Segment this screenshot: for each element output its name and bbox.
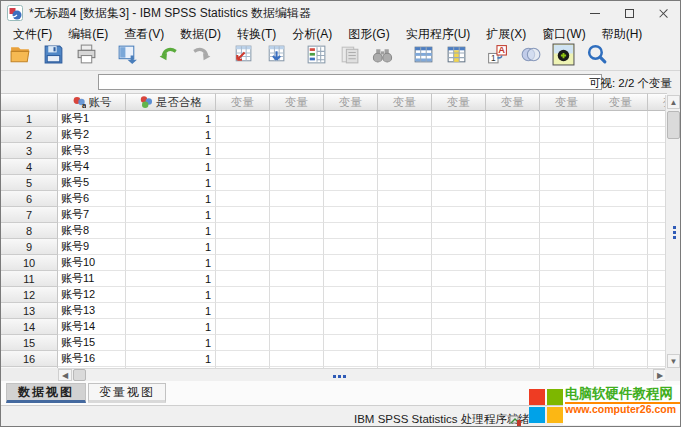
cell-empty[interactable]: [378, 223, 432, 239]
cell-empty[interactable]: [216, 319, 270, 335]
cell-empty[interactable]: [540, 223, 594, 239]
cell-empty[interactable]: [540, 351, 594, 367]
cell-account[interactable]: 账号7: [58, 207, 126, 223]
horizontal-scrollbar-thumb[interactable]: [73, 369, 86, 381]
cell-empty[interactable]: [378, 319, 432, 335]
cell-empty[interactable]: [216, 127, 270, 143]
cell-empty[interactable]: [540, 319, 594, 335]
cell-empty[interactable]: [486, 207, 540, 223]
cell-empty[interactable]: [594, 319, 648, 335]
variable-info-button[interactable]: [336, 44, 362, 70]
cell-qualified[interactable]: 1: [126, 159, 216, 175]
cell-empty[interactable]: [324, 207, 378, 223]
cell-empty[interactable]: [324, 239, 378, 255]
cell-qualified[interactable]: 1: [126, 303, 216, 319]
row-number-cell[interactable]: 1: [1, 111, 58, 127]
cell-editor-input[interactable]: [98, 74, 602, 90]
cell-empty[interactable]: [432, 191, 486, 207]
cell-empty[interactable]: [432, 239, 486, 255]
cell-empty[interactable]: [486, 351, 540, 367]
cell-empty[interactable]: [378, 207, 432, 223]
save-button[interactable]: [40, 44, 66, 70]
cell-empty[interactable]: [324, 319, 378, 335]
cell-empty[interactable]: [378, 239, 432, 255]
menu-analyze[interactable]: 分析(A): [284, 26, 340, 43]
row-number-cell[interactable]: 13: [1, 303, 58, 319]
cell-empty[interactable]: [486, 255, 540, 271]
cell-empty[interactable]: [594, 239, 648, 255]
find-button[interactable]: [369, 44, 395, 70]
cell-empty[interactable]: [378, 175, 432, 191]
menu-graphs[interactable]: 图形(G): [340, 26, 397, 43]
cell-account[interactable]: 账号16: [58, 351, 126, 367]
cell-empty[interactable]: [216, 303, 270, 319]
close-button[interactable]: [646, 1, 680, 25]
cell-empty[interactable]: [594, 143, 648, 159]
cell-qualified[interactable]: 1: [126, 319, 216, 335]
cell-empty[interactable]: [432, 319, 486, 335]
cell-empty[interactable]: [270, 223, 324, 239]
cell-empty[interactable]: [378, 143, 432, 159]
cell-empty[interactable]: [378, 303, 432, 319]
cell-empty[interactable]: [270, 143, 324, 159]
cell-empty[interactable]: [270, 255, 324, 271]
cell-account[interactable]: 账号15: [58, 335, 126, 351]
cell-empty[interactable]: [270, 335, 324, 351]
maximize-button[interactable]: [612, 1, 646, 25]
row-number-cell[interactable]: 15: [1, 335, 58, 351]
cell-empty[interactable]: [594, 159, 648, 175]
row-number-cell[interactable]: 6: [1, 191, 58, 207]
cell-qualified[interactable]: 1: [126, 271, 216, 287]
cell-qualified[interactable]: 1: [126, 175, 216, 191]
cell-empty[interactable]: [432, 303, 486, 319]
cell-empty[interactable]: [540, 303, 594, 319]
scroll-down-icon[interactable]: ▼: [667, 354, 680, 368]
cell-account[interactable]: 账号2: [58, 127, 126, 143]
row-number-cell[interactable]: 3: [1, 143, 58, 159]
cell-empty[interactable]: [540, 143, 594, 159]
cell-empty[interactable]: [216, 159, 270, 175]
cell-empty[interactable]: [432, 287, 486, 303]
row-number-cell[interactable]: 7: [1, 207, 58, 223]
row-number-cell[interactable]: 12: [1, 287, 58, 303]
cell-empty[interactable]: [540, 175, 594, 191]
cell-empty[interactable]: [270, 175, 324, 191]
row-number-cell[interactable]: 2: [1, 127, 58, 143]
cell-empty[interactable]: [324, 143, 378, 159]
cell-empty[interactable]: [594, 127, 648, 143]
cell-empty[interactable]: [324, 255, 378, 271]
cell-qualified[interactable]: 1: [126, 239, 216, 255]
cell-empty[interactable]: [378, 335, 432, 351]
cell-empty[interactable]: [540, 127, 594, 143]
horizontal-scrollbar[interactable]: ◀ ▶: [58, 368, 667, 381]
cell-account[interactable]: 账号6: [58, 191, 126, 207]
cell-empty[interactable]: [216, 271, 270, 287]
cell-empty[interactable]: [486, 335, 540, 351]
go-to-variable-button[interactable]: [262, 44, 288, 70]
cell-empty[interactable]: [324, 127, 378, 143]
cell-empty[interactable]: [378, 111, 432, 127]
tab-data-view[interactable]: 数据视图: [6, 383, 86, 403]
cell-empty[interactable]: [378, 255, 432, 271]
cell-empty[interactable]: [594, 271, 648, 287]
cell-account[interactable]: 账号13: [58, 303, 126, 319]
cell-empty[interactable]: [270, 351, 324, 367]
cell-account[interactable]: 账号9: [58, 239, 126, 255]
scroll-left-icon[interactable]: ◀: [58, 369, 72, 381]
cell-empty[interactable]: [486, 111, 540, 127]
cell-empty[interactable]: [324, 271, 378, 287]
menu-edit[interactable]: 编辑(E): [60, 26, 116, 43]
cell-empty[interactable]: [486, 143, 540, 159]
cell-empty[interactable]: [540, 191, 594, 207]
redo-button[interactable]: [188, 44, 214, 70]
cell-empty[interactable]: [378, 127, 432, 143]
cell-empty[interactable]: [594, 207, 648, 223]
cell-empty[interactable]: [486, 239, 540, 255]
variables-button[interactable]: [303, 44, 329, 70]
cell-empty[interactable]: [594, 175, 648, 191]
horizontal-pane-splitter[interactable]: [333, 375, 346, 378]
cell-empty[interactable]: [432, 351, 486, 367]
cell-empty[interactable]: [216, 287, 270, 303]
cell-empty[interactable]: [486, 127, 540, 143]
cell-empty[interactable]: [270, 207, 324, 223]
